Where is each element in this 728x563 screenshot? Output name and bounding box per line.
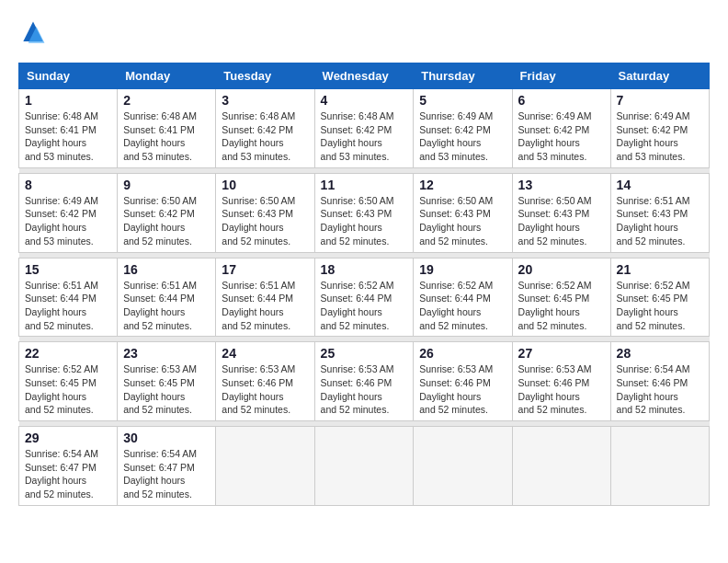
logo-icon: [18, 18, 48, 48]
week-row-5: 29Sunrise: 6:54 AMSunset: 6:47 PMDayligh…: [19, 427, 710, 506]
day-info: Sunrise: 6:50 AMSunset: 6:42 PMDaylight …: [123, 194, 210, 248]
day-number: 27: [518, 346, 605, 361]
day-info: Sunrise: 6:52 AMSunset: 6:44 PMDaylight …: [321, 279, 408, 333]
page-header: [18, 18, 710, 48]
week-row-2: 8Sunrise: 6:49 AMSunset: 6:42 PMDaylight…: [19, 173, 710, 252]
day-info: Sunrise: 6:53 AMSunset: 6:46 PMDaylight …: [321, 362, 408, 417]
day-cell: 4Sunrise: 6:48 AMSunset: 6:42 PMDaylight…: [314, 89, 414, 168]
day-cell: [414, 427, 512, 506]
day-cell: 28Sunrise: 6:54 AMSunset: 6:46 PMDayligh…: [610, 342, 709, 421]
day-info: Sunrise: 6:52 AMSunset: 6:45 PMDaylight …: [518, 279, 605, 333]
day-number: 30: [123, 431, 210, 445]
day-info: Sunrise: 6:54 AMSunset: 6:47 PMDaylight …: [123, 447, 210, 501]
day-info: Sunrise: 6:50 AMSunset: 6:43 PMDaylight …: [321, 194, 408, 248]
day-number: 3: [222, 93, 308, 108]
day-cell: 8Sunrise: 6:49 AMSunset: 6:42 PMDaylight…: [19, 173, 118, 252]
day-cell: 22Sunrise: 6:52 AMSunset: 6:45 PMDayligh…: [19, 342, 118, 421]
day-cell: 30Sunrise: 6:54 AMSunset: 6:47 PMDayligh…: [118, 427, 216, 506]
day-info: Sunrise: 6:51 AMSunset: 6:44 PMDaylight …: [123, 279, 210, 333]
day-info: Sunrise: 6:48 AMSunset: 6:42 PMDaylight …: [321, 109, 408, 164]
day-number: 28: [617, 346, 703, 361]
day-cell: [216, 427, 314, 506]
col-header-friday: Friday: [512, 63, 610, 89]
day-info: Sunrise: 6:48 AMSunset: 6:41 PMDaylight …: [25, 109, 111, 164]
day-cell: 15Sunrise: 6:51 AMSunset: 6:44 PMDayligh…: [19, 258, 118, 337]
day-number: 1: [25, 93, 111, 108]
day-cell: 25Sunrise: 6:53 AMSunset: 6:46 PMDayligh…: [314, 342, 414, 421]
day-cell: 5Sunrise: 6:49 AMSunset: 6:42 PMDaylight…: [414, 89, 512, 168]
day-info: Sunrise: 6:49 AMSunset: 6:42 PMDaylight …: [518, 109, 605, 164]
day-number: 20: [518, 262, 605, 277]
day-number: 21: [617, 262, 703, 277]
day-number: 8: [25, 178, 111, 192]
day-cell: 9Sunrise: 6:50 AMSunset: 6:42 PMDaylight…: [118, 173, 216, 252]
day-number: 29: [25, 431, 111, 445]
day-number: 2: [123, 93, 210, 108]
col-header-tuesday: Tuesday: [216, 63, 314, 89]
day-cell: 27Sunrise: 6:53 AMSunset: 6:46 PMDayligh…: [512, 342, 610, 421]
day-info: Sunrise: 6:51 AMSunset: 6:43 PMDaylight …: [617, 194, 703, 248]
day-info: Sunrise: 6:51 AMSunset: 6:44 PMDaylight …: [25, 279, 111, 333]
col-header-monday: Monday: [118, 63, 216, 89]
day-info: Sunrise: 6:49 AMSunset: 6:42 PMDaylight …: [419, 109, 506, 164]
day-number: 17: [222, 262, 308, 277]
week-row-3: 15Sunrise: 6:51 AMSunset: 6:44 PMDayligh…: [19, 258, 710, 337]
day-number: 26: [419, 346, 506, 361]
week-row-4: 22Sunrise: 6:52 AMSunset: 6:45 PMDayligh…: [19, 342, 710, 421]
day-info: Sunrise: 6:54 AMSunset: 6:47 PMDaylight …: [25, 447, 111, 501]
day-info: Sunrise: 6:48 AMSunset: 6:42 PMDaylight …: [222, 109, 308, 164]
day-info: Sunrise: 6:54 AMSunset: 6:46 PMDaylight …: [617, 362, 703, 417]
day-cell: 26Sunrise: 6:53 AMSunset: 6:46 PMDayligh…: [414, 342, 512, 421]
day-number: 11: [321, 178, 408, 192]
day-number: 7: [617, 93, 703, 108]
day-cell: 23Sunrise: 6:53 AMSunset: 6:45 PMDayligh…: [118, 342, 216, 421]
day-info: Sunrise: 6:50 AMSunset: 6:43 PMDaylight …: [518, 194, 605, 248]
calendar-header-row: SundayMondayTuesdayWednesdayThursdayFrid…: [19, 63, 710, 89]
day-number: 22: [25, 346, 111, 361]
day-cell: [314, 427, 414, 506]
day-number: 19: [419, 262, 506, 277]
day-info: Sunrise: 6:49 AMSunset: 6:42 PMDaylight …: [25, 194, 111, 248]
day-cell: [512, 427, 610, 506]
day-number: 16: [123, 262, 210, 277]
day-info: Sunrise: 6:53 AMSunset: 6:46 PMDaylight …: [419, 362, 506, 417]
day-cell: 2Sunrise: 6:48 AMSunset: 6:41 PMDaylight…: [118, 89, 216, 168]
day-cell: 3Sunrise: 6:48 AMSunset: 6:42 PMDaylight…: [216, 89, 314, 168]
day-cell: 6Sunrise: 6:49 AMSunset: 6:42 PMDaylight…: [512, 89, 610, 168]
day-cell: 14Sunrise: 6:51 AMSunset: 6:43 PMDayligh…: [610, 173, 709, 252]
day-info: Sunrise: 6:48 AMSunset: 6:41 PMDaylight …: [123, 109, 210, 164]
day-cell: 10Sunrise: 6:50 AMSunset: 6:43 PMDayligh…: [216, 173, 314, 252]
day-number: 14: [617, 178, 703, 192]
day-cell: [610, 427, 709, 506]
day-number: 5: [419, 93, 506, 108]
day-cell: 17Sunrise: 6:51 AMSunset: 6:44 PMDayligh…: [216, 258, 314, 337]
day-cell: 13Sunrise: 6:50 AMSunset: 6:43 PMDayligh…: [512, 173, 610, 252]
day-info: Sunrise: 6:53 AMSunset: 6:46 PMDaylight …: [518, 362, 605, 417]
col-header-thursday: Thursday: [414, 63, 512, 89]
day-cell: 21Sunrise: 6:52 AMSunset: 6:45 PMDayligh…: [610, 258, 709, 337]
week-row-1: 1Sunrise: 6:48 AMSunset: 6:41 PMDaylight…: [19, 89, 710, 168]
col-header-wednesday: Wednesday: [314, 63, 414, 89]
day-cell: 11Sunrise: 6:50 AMSunset: 6:43 PMDayligh…: [314, 173, 414, 252]
day-number: 6: [518, 93, 605, 108]
day-info: Sunrise: 6:52 AMSunset: 6:45 PMDaylight …: [25, 362, 111, 417]
day-cell: 7Sunrise: 6:49 AMSunset: 6:42 PMDaylight…: [610, 89, 709, 168]
day-info: Sunrise: 6:53 AMSunset: 6:46 PMDaylight …: [222, 362, 308, 417]
day-cell: 24Sunrise: 6:53 AMSunset: 6:46 PMDayligh…: [216, 342, 314, 421]
day-cell: 16Sunrise: 6:51 AMSunset: 6:44 PMDayligh…: [118, 258, 216, 337]
day-number: 12: [419, 178, 506, 192]
day-number: 25: [321, 346, 408, 361]
day-cell: 12Sunrise: 6:50 AMSunset: 6:43 PMDayligh…: [414, 173, 512, 252]
day-number: 15: [25, 262, 111, 277]
day-number: 13: [518, 178, 605, 192]
day-info: Sunrise: 6:50 AMSunset: 6:43 PMDaylight …: [222, 194, 308, 248]
day-info: Sunrise: 6:51 AMSunset: 6:44 PMDaylight …: [222, 279, 308, 333]
day-number: 9: [123, 178, 210, 192]
day-cell: 20Sunrise: 6:52 AMSunset: 6:45 PMDayligh…: [512, 258, 610, 337]
day-info: Sunrise: 6:52 AMSunset: 6:44 PMDaylight …: [419, 279, 506, 333]
logo: [18, 18, 51, 48]
day-cell: 18Sunrise: 6:52 AMSunset: 6:44 PMDayligh…: [314, 258, 414, 337]
calendar-table: SundayMondayTuesdayWednesdayThursdayFrid…: [18, 63, 710, 506]
day-number: 18: [321, 262, 408, 277]
day-info: Sunrise: 6:50 AMSunset: 6:43 PMDaylight …: [419, 194, 506, 248]
